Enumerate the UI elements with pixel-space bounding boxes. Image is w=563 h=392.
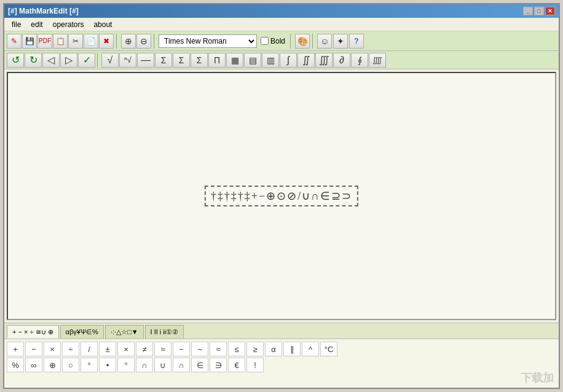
toolbar2: ↺ ↻ ◁ ▷ ✓ √ ⁿ√ — Σ Σ Σ Π ▦ ▤ ▥ ∫ ∬ ∭ ∂ ∮…	[4, 51, 559, 69]
pencil-button[interactable]: ✎	[7, 34, 22, 49]
copy-button[interactable]: 📋	[53, 34, 68, 49]
sym-in[interactable]: ∈	[191, 358, 208, 372]
maximize-button[interactable]: □	[534, 7, 544, 15]
symbol-tab-4[interactable]: I II i ii①②	[145, 325, 184, 339]
font-select[interactable]: Times New Roman	[159, 34, 257, 48]
sym-approx2[interactable]: ≈	[210, 342, 227, 356]
delete-button[interactable]: ✖	[99, 34, 114, 49]
editor-content: †‡†‡†‡+−⊕⊙⊘/∪∩∈⊇⊃	[211, 190, 352, 202]
nav-back[interactable]: ◁	[42, 53, 60, 68]
sym-approx[interactable]: ≈	[154, 342, 171, 356]
sym-ni[interactable]: ∋	[210, 358, 227, 372]
bold-label: Bold	[270, 37, 285, 45]
sym-inter[interactable]: ∩	[173, 358, 190, 372]
nav-undo-green[interactable]: ↺	[7, 53, 24, 68]
pm-button[interactable]: —	[137, 53, 154, 68]
sym-tilde[interactable]: ~	[191, 342, 208, 356]
sum1-button[interactable]: Σ	[155, 53, 172, 68]
symbol-row-2: % ∞ ⊕ ○ ° • ° ∩ ∪ ∩ ∈ ∋ € !	[7, 358, 556, 372]
integral2-button[interactable]: ∬	[297, 53, 315, 68]
sym-cross[interactable]: ×	[117, 342, 135, 356]
partial3-button[interactable]: ⨌	[369, 53, 386, 68]
sym-degree[interactable]: °	[81, 358, 98, 372]
symbol-row-1: + − × ÷ / ± × ≠ ≈ − ~ ≈ ≤ ≥ α ∥ ^ °C	[7, 342, 556, 356]
math-separator	[97, 53, 100, 68]
integral1-button[interactable]: ∫	[280, 53, 297, 68]
cut-button[interactable]: ✂	[68, 34, 83, 49]
sym-geq[interactable]: ≥	[246, 342, 264, 356]
sum2-button[interactable]: Σ	[173, 53, 190, 68]
menu-edit[interactable]: edit	[26, 19, 47, 30]
title-bar-buttons: _ □ ✕	[523, 7, 555, 15]
toolbar-separator1	[116, 34, 119, 49]
sym-slash[interactable]: /	[81, 342, 98, 356]
menu-bar: file edit operators about	[4, 18, 559, 31]
sym-bullet[interactable]: •	[99, 358, 116, 372]
nav-check[interactable]: ✓	[78, 53, 95, 68]
sym-percent[interactable]: %	[7, 358, 24, 372]
sym-leq[interactable]: ≤	[228, 342, 245, 356]
symbol-tab-1[interactable]: + − × ÷ ≅∪ ⊕	[7, 325, 59, 339]
symbol-tab-2[interactable]: αβγ¥Ψ∈%	[60, 325, 104, 339]
star-button[interactable]: ✦	[333, 34, 348, 49]
symbol-tab-3[interactable]: ·:·△☆□▼	[105, 325, 144, 339]
matrix1-button[interactable]: ▦	[226, 53, 243, 68]
sum3-button[interactable]: Σ	[191, 53, 208, 68]
bold-checkbox[interactable]	[261, 37, 269, 45]
sym-cap[interactable]: ∩	[136, 358, 153, 372]
integral3-button[interactable]: ∭	[315, 53, 333, 68]
sym-parallel[interactable]: ∥	[283, 342, 301, 356]
sym-div[interactable]: ÷	[62, 342, 79, 356]
title-bar: [#] MathMarkEdit [#] _ □ ✕	[4, 4, 559, 18]
nth-root-button[interactable]: ⁿ√	[119, 53, 136, 68]
close-button[interactable]: ✕	[545, 7, 555, 15]
sym-dash[interactable]: −	[173, 342, 190, 356]
matrix3-button[interactable]: ▥	[262, 53, 279, 68]
menu-operators[interactable]: operators	[48, 19, 89, 30]
sym-neq[interactable]: ≠	[136, 342, 153, 356]
sym-caret[interactable]: ^	[302, 342, 319, 356]
sym-times[interactable]: ×	[44, 342, 61, 356]
zoom-in-button[interactable]: ⊕	[121, 34, 136, 49]
matrix2-button[interactable]: ▤	[244, 53, 261, 68]
sym-minus[interactable]: −	[25, 342, 42, 356]
symbol-grid: + − × ÷ / ± × ≠ ≈ − ~ ≈ ≤ ≥ α ∥ ^ °C % ∞…	[4, 339, 559, 388]
color-button[interactable]: 🎨	[295, 34, 310, 49]
help-button[interactable]: ?	[349, 34, 364, 49]
sym-circle[interactable]: ○	[62, 358, 79, 372]
nav-redo-green[interactable]: ↻	[25, 53, 42, 68]
minimize-button[interactable]: _	[523, 7, 533, 15]
menu-file[interactable]: file	[7, 19, 26, 30]
watermark: 下载加	[521, 370, 554, 385]
selection-box: †‡†‡†‡+−⊕⊙⊘/∪∩∈⊇⊃	[205, 186, 358, 206]
partial2-button[interactable]: ∮	[351, 53, 368, 68]
editor-area[interactable]: †‡†‡†‡+−⊕⊙⊘/∪∩∈⊇⊃	[7, 72, 556, 320]
smiley-button[interactable]: ☺	[317, 34, 332, 49]
menu-about[interactable]: about	[89, 19, 117, 30]
toolbar-separator4	[312, 34, 315, 49]
sym-alpha[interactable]: α	[265, 342, 282, 356]
sym-plus[interactable]: +	[7, 342, 24, 356]
sym-smallcirc[interactable]: °	[117, 358, 135, 372]
toolbar-separator3	[290, 34, 293, 49]
symbol-tabs: + − × ÷ ≅∪ ⊕ αβγ¥Ψ∈% ·:·△☆□▼ I II i ii①②	[4, 323, 559, 339]
sym-exclaim[interactable]: !	[246, 358, 264, 372]
main-window: [#] MathMarkEdit [#] _ □ ✕ file edit ope…	[3, 3, 560, 389]
window-title: [#] MathMarkEdit [#]	[8, 7, 79, 15]
bold-checkbox-group: Bold	[261, 37, 285, 45]
paste-button[interactable]: 📄	[84, 34, 98, 49]
toolbar-separator2	[154, 34, 156, 49]
sym-euro[interactable]: €	[228, 358, 245, 372]
sym-pm[interactable]: ±	[99, 342, 116, 356]
zoom-out-button[interactable]: ⊖	[136, 34, 151, 49]
sym-cup[interactable]: ∪	[154, 358, 171, 372]
partial1-button[interactable]: ∂	[333, 53, 350, 68]
sym-oplus[interactable]: ⊕	[44, 358, 61, 372]
sqrt-button[interactable]: √	[101, 53, 119, 68]
nav-forward[interactable]: ▷	[60, 53, 77, 68]
sym-infty[interactable]: ∞	[25, 358, 42, 372]
prod-button[interactable]: Π	[208, 53, 226, 68]
pdf-button[interactable]: PDF	[37, 34, 52, 49]
sym-celsius[interactable]: °C	[320, 342, 337, 356]
save-button[interactable]: 💾	[22, 34, 37, 49]
